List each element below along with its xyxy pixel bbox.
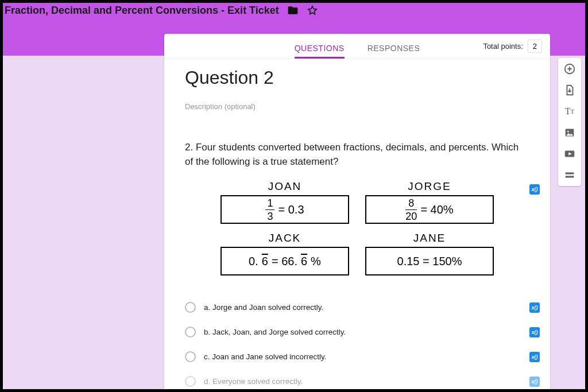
figure-box: 0.15 = 150% (365, 247, 494, 275)
option-label: a. Jorge and Joan solved correctly. (204, 303, 323, 312)
option-b[interactable]: b. Jack, Joan, and Jorge solved correctl… (185, 327, 529, 337)
option-label: b. Jack, Joan, and Jorge solved correctl… (204, 328, 346, 336)
fraction: 8 20 (405, 198, 417, 222)
svg-rect-4 (566, 172, 574, 174)
import-questions-icon[interactable] (563, 84, 576, 96)
equation-editor-icon[interactable]: x() (529, 184, 540, 195)
title-row: Fraction, Decimal and Percent Conversion… (3, 3, 585, 18)
folder-icon[interactable] (287, 5, 299, 16)
conversion-figure: JOAN 1 3 = 0.3 JORGE (220, 180, 494, 275)
figure-name: JANE (365, 232, 494, 244)
figure-box: 0.6 = 66.6% (220, 247, 349, 275)
equation-editor-icon[interactable]: x() (529, 302, 540, 313)
form-title[interactable]: Fraction, Decimal and Percent Conversion… (5, 5, 279, 17)
add-question-icon[interactable] (563, 63, 576, 75)
side-toolbar: TT (558, 58, 581, 186)
options-list: a. Jorge and Joan solved correctly. x() … (185, 302, 529, 387)
figure-cell-jane: JANE 0.15 = 150% (365, 232, 494, 275)
question-title[interactable]: Question 2 (185, 67, 529, 88)
option-label: c. Joan and Jane solved incorrectly. (204, 352, 327, 361)
tabs-row: QUESTIONS RESPONSES Total points: 2 (164, 34, 550, 59)
option-d[interactable]: d. Everyone solved correctly. x() (185, 376, 529, 387)
add-section-icon[interactable] (563, 169, 576, 181)
total-points-value[interactable]: 2 (528, 40, 542, 53)
figure-name: JOAN (220, 180, 349, 193)
svg-point-2 (567, 131, 569, 133)
app-frame: Fraction, Decimal and Percent Conversion… (3, 3, 585, 389)
add-video-icon[interactable] (563, 148, 576, 160)
figure-name: JACK (220, 232, 349, 244)
card-body: Question 2 Description (optional) 2. Fou… (164, 59, 550, 387)
fraction: 1 3 (265, 198, 274, 222)
figure-cell-jorge: JORGE 8 20 = 40% (365, 180, 494, 224)
figure-cell-jack: JACK 0.6 = 66.6% (220, 232, 349, 275)
radio-icon[interactable] (185, 327, 196, 337)
tab-responses[interactable]: RESPONSES (368, 44, 420, 59)
description-placeholder[interactable]: Description (optional) (185, 102, 529, 111)
figure-box: 1 3 = 0.3 (220, 195, 349, 224)
question-stem[interactable]: 2. Four students converted between fract… (185, 141, 529, 169)
total-points: Total points: 2 (483, 40, 542, 53)
total-points-label: Total points: (483, 42, 523, 51)
option-c[interactable]: c. Joan and Jane solved incorrectly. x() (185, 351, 529, 362)
radio-icon[interactable] (185, 351, 196, 362)
add-title-icon[interactable]: TT (563, 105, 576, 118)
figure-box: 8 20 = 40% (365, 195, 494, 224)
tab-questions[interactable]: QUESTIONS (295, 44, 345, 59)
figure-name: JORGE (365, 180, 494, 193)
radio-icon[interactable] (185, 302, 196, 313)
option-label: d. Everyone solved correctly. (204, 377, 303, 386)
equation-editor-icon[interactable]: x() (529, 327, 540, 337)
equation-editor-icon[interactable]: x() (529, 377, 540, 387)
star-icon[interactable] (307, 5, 318, 16)
equation-editor-icon[interactable]: x() (529, 352, 540, 362)
figure-cell-joan: JOAN 1 3 = 0.3 (220, 180, 349, 224)
add-image-icon[interactable] (563, 126, 576, 139)
radio-icon[interactable] (185, 376, 196, 387)
form-card: QUESTIONS RESPONSES Total points: 2 Ques… (164, 34, 550, 389)
option-a[interactable]: a. Jorge and Joan solved correctly. x() (185, 302, 529, 313)
svg-rect-5 (566, 176, 574, 177)
